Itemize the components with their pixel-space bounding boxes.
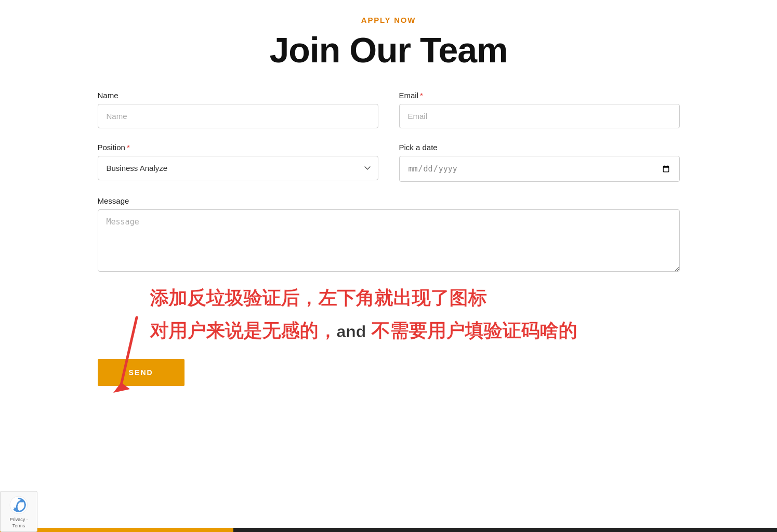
form-wrapper: Name Email* Position* Business Analyze S…	[77, 91, 701, 386]
recaptcha-logo-icon	[9, 496, 28, 514]
date-label: Pick a date	[399, 143, 680, 152]
annotation-line2-part2: 不需要用户填验证码啥的	[366, 320, 577, 341]
name-label: Name	[98, 91, 378, 100]
page-container: APPLY NOW Join Our Team Name Email* Posi…	[0, 0, 777, 532]
recaptcha-links: Privacy · Terms	[4, 516, 34, 529]
position-required-star: *	[127, 143, 130, 152]
name-input[interactable]	[98, 104, 378, 128]
form-row-message: Message	[98, 196, 680, 272]
red-arrow	[108, 312, 144, 403]
apply-now-label: APPLY NOW	[0, 0, 777, 24]
message-label: Message	[98, 196, 680, 205]
annotation-line2-and: and	[337, 322, 366, 341]
privacy-link[interactable]: Privacy	[10, 517, 25, 522]
message-field-group: Message	[98, 196, 680, 272]
date-input[interactable]	[399, 156, 680, 182]
email-field-group: Email*	[399, 91, 680, 128]
email-input[interactable]	[399, 104, 680, 128]
svg-marker-1	[113, 382, 130, 393]
position-select[interactable]: Business Analyze Software Engineer Desig…	[98, 156, 378, 180]
email-label: Email*	[399, 91, 680, 100]
email-required-star: *	[420, 91, 423, 100]
annotation-line-1: 添加反垃圾验证后，左下角就出现了图标	[150, 286, 680, 311]
svg-line-0	[121, 317, 137, 385]
recaptcha-separator: ·	[25, 517, 28, 522]
annotation-wrapper: 添加反垃圾验证后，左下角就出现了图标 对用户来说是无感的，and 不需要用户填验…	[98, 286, 680, 343]
page-title: Join Our Team	[0, 30, 777, 70]
arrow-svg	[108, 312, 144, 401]
position-field-group: Position* Business Analyze Software Engi…	[98, 143, 378, 182]
bottom-bar	[0, 528, 777, 532]
annotation-line2-part1: 对用户来说是无感的，	[150, 320, 337, 341]
position-label: Position*	[98, 143, 378, 152]
terms-link[interactable]: Terms	[12, 523, 25, 528]
recaptcha-widget: Privacy · Terms	[0, 491, 37, 532]
message-input[interactable]	[98, 209, 680, 272]
form-row-2: Position* Business Analyze Software Engi…	[98, 143, 680, 182]
form-row-1: Name Email*	[98, 91, 680, 128]
name-field-group: Name	[98, 91, 378, 128]
date-field-group: Pick a date	[399, 143, 680, 182]
send-button-row: SEND	[98, 359, 680, 386]
annotation-line-2: 对用户来说是无感的，and 不需要用户填验证码啥的	[150, 319, 680, 343]
